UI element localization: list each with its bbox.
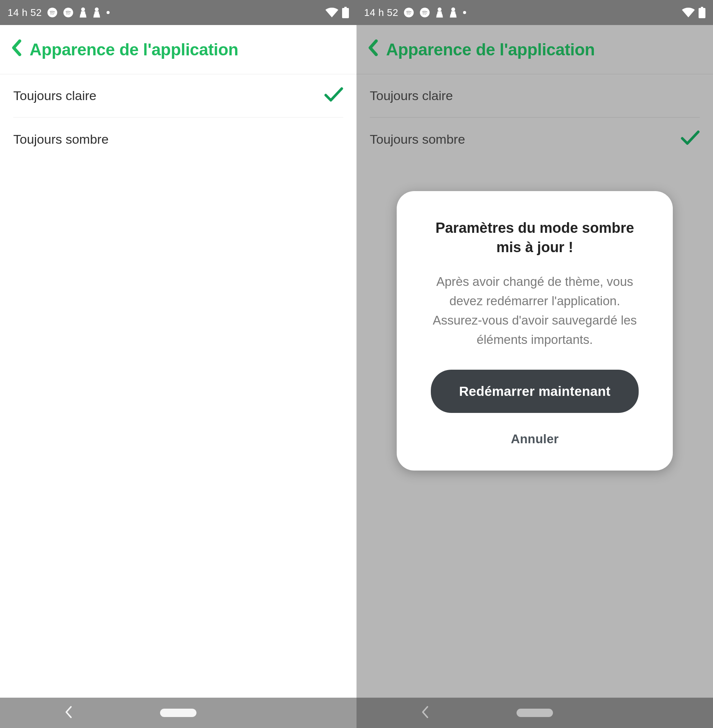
svg-point-9 (438, 8, 441, 11)
dialog-body: Après avoir changé de thème, vous devez … (419, 272, 650, 350)
option-label: Toujours sombre (370, 132, 465, 147)
chevron-left-icon (368, 39, 378, 60)
screen-right: 14 h 52 Apparence de l'application Toujo… (356, 0, 713, 728)
restart-dialog: Paramètres du mode sombre mis à jour ! A… (397, 191, 673, 471)
nav-back-button[interactable] (64, 706, 73, 720)
wifi-icon (325, 8, 338, 17)
spotify-icon (419, 7, 430, 18)
check-icon (324, 87, 343, 105)
nav-home-button[interactable] (160, 709, 196, 717)
option-label: Toujours claire (370, 88, 453, 103)
pawn-icon (79, 7, 87, 18)
page-title: Apparence de l'application (386, 40, 595, 59)
battery-icon (342, 7, 349, 18)
back-button[interactable]: Apparence de l'application (11, 39, 238, 60)
svg-rect-5 (342, 8, 349, 18)
svg-rect-12 (699, 8, 705, 18)
dot-icon (463, 11, 466, 14)
svg-point-10 (451, 8, 455, 11)
app-header: Apparence de l'application (0, 25, 356, 74)
chevron-left-icon (11, 39, 22, 60)
svg-point-4 (107, 11, 110, 14)
svg-point-11 (463, 11, 466, 14)
svg-point-2 (81, 8, 85, 11)
battery-icon (699, 7, 705, 18)
option-light[interactable]: Toujours claire (13, 74, 343, 118)
svg-rect-13 (701, 7, 703, 8)
option-label: Toujours claire (13, 88, 96, 103)
options-list: Toujours claire Toujours sombre (0, 74, 356, 161)
option-label: Toujours sombre (13, 132, 108, 147)
status-bar-left: 14 h 52 (364, 7, 466, 19)
status-bar: 14 h 52 (356, 0, 713, 25)
nav-back-button[interactable] (421, 706, 429, 720)
status-bar: 14 h 52 (0, 0, 356, 25)
status-bar-right (325, 7, 349, 18)
options-list: Toujours claire Toujours sombre (356, 74, 713, 161)
cancel-button[interactable]: Annuler (503, 428, 566, 450)
pawn-icon (449, 7, 457, 18)
status-bar-right (682, 7, 705, 18)
nav-home-button[interactable] (517, 709, 553, 717)
page-title: Apparence de l'application (30, 40, 238, 59)
spotify-icon (47, 7, 58, 18)
pawn-icon (93, 7, 101, 18)
check-icon (681, 130, 700, 148)
svg-point-3 (95, 8, 99, 11)
pawn-icon (435, 7, 444, 18)
screen-left: 14 h 52 Apparence de l'application Toujo… (0, 0, 356, 728)
svg-rect-6 (344, 7, 347, 8)
option-light[interactable]: Toujours claire (370, 74, 700, 118)
restart-now-button[interactable]: Redémarrer maintenant (431, 370, 638, 413)
app-header: Apparence de l'application (356, 25, 713, 74)
status-time: 14 h 52 (8, 7, 42, 19)
wifi-icon (682, 8, 695, 17)
option-dark[interactable]: Toujours sombre (13, 118, 343, 161)
status-bar-left: 14 h 52 (8, 7, 110, 19)
spotify-icon (63, 7, 74, 18)
dot-icon (106, 11, 110, 14)
back-button[interactable]: Apparence de l'application (368, 39, 595, 60)
spotify-icon (404, 7, 414, 18)
android-nav-bar (356, 698, 713, 728)
dialog-title: Paramètres du mode sombre mis à jour ! (419, 218, 650, 257)
status-time: 14 h 52 (364, 7, 398, 19)
option-dark[interactable]: Toujours sombre (370, 118, 700, 161)
android-nav-bar (0, 698, 356, 728)
